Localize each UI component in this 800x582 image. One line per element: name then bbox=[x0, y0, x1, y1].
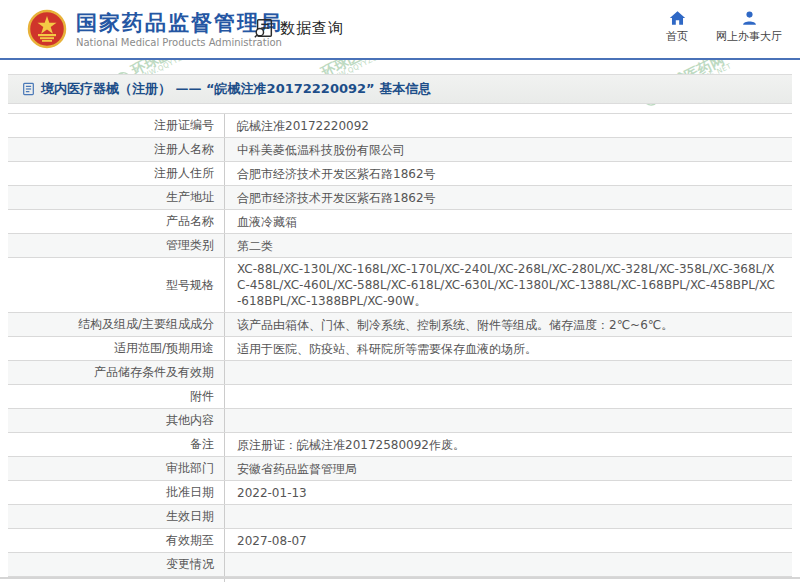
table-row: 生效日期 bbox=[8, 505, 792, 529]
row-label: 适用范围/预期用途 bbox=[8, 337, 225, 360]
nav-online-hall[interactable]: 网上办事大厅 bbox=[716, 10, 782, 44]
site-title: 国家药品监督管理局 bbox=[76, 10, 283, 36]
row-label: 生效日期 bbox=[8, 505, 225, 528]
row-value bbox=[225, 385, 792, 408]
table-row: 备注 原注册证：皖械注准20172580092作废。 bbox=[8, 433, 792, 457]
table-row: 生产地址 合肥市经济技术开发区紫石路1862号 bbox=[8, 186, 792, 210]
logo-link[interactable]: 国家药品监督管理局 National Medical Products Admi… bbox=[26, 7, 283, 51]
page-title: 境内医疗器械（注册） —— “皖械注准20172220092” 基本信息 bbox=[41, 80, 431, 98]
row-value bbox=[225, 361, 792, 384]
row-label: 生产地址 bbox=[8, 186, 225, 209]
table-row: 附件 bbox=[8, 385, 792, 409]
table-row: 产品名称 血液冷藏箱 bbox=[8, 210, 792, 234]
registration-info-table: 注册证编号 皖械注准20172220092 注册人名称 中科美菱低温科技股份有限… bbox=[8, 113, 792, 582]
row-value: 原注册证：皖械注准20172580092作废。 bbox=[225, 433, 792, 456]
table-row: 审批部门 安徽省药品监督管理局 bbox=[8, 457, 792, 481]
table-row: 注册人住所 合肥市经济技术开发区紫石路1862号 bbox=[8, 162, 792, 186]
row-label: 产品储存条件及有效期 bbox=[8, 361, 225, 384]
user-icon bbox=[741, 10, 758, 26]
table-row: 结构及组成/主要组成成分 该产品由箱体、门体、制冷系统、控制系统、附件等组成。储… bbox=[8, 313, 792, 337]
row-label: 批准日期 bbox=[8, 481, 225, 504]
row-value bbox=[225, 505, 792, 528]
site-subtitle: National Medical Products Administration bbox=[76, 37, 283, 48]
nmpa-emblem-icon bbox=[26, 7, 68, 51]
table-row: 批准日期 2022-01-13 bbox=[8, 481, 792, 505]
table-row: 其他内容 bbox=[8, 409, 792, 433]
table-row: 适用范围/预期用途 适用于医院、防疫站、科研院所等需要保存血液的场所。 bbox=[8, 337, 792, 361]
document-icon bbox=[22, 82, 35, 96]
table-row: 变更情况 bbox=[8, 553, 792, 577]
row-value: 2027-08-07 bbox=[225, 529, 792, 552]
row-value bbox=[225, 553, 792, 576]
page: 环球医药网WWW.QQYYZS.NET 环球医药网WWW.QQYYZS.NET … bbox=[0, 0, 800, 582]
row-label: 注册人住所 bbox=[8, 162, 225, 185]
header: 国家药品监督管理局 National Medical Products Admi… bbox=[0, 0, 800, 58]
row-value: 安徽省药品监督管理局 bbox=[225, 457, 792, 480]
row-label: 审批部门 bbox=[8, 457, 225, 480]
top-nav: 首页 网上办事大厅 bbox=[666, 10, 782, 44]
row-value: 合肥市经济技术开发区紫石路1862号 bbox=[225, 162, 792, 185]
row-value: 皖械注准20172220092 bbox=[225, 114, 792, 137]
row-value: XC-88L/XC-130L/XC-168L/XC-170L/XC-240L/X… bbox=[225, 258, 792, 312]
row-label: 有效期至 bbox=[8, 529, 225, 552]
table-row: 有效期至 2027-08-07 bbox=[8, 529, 792, 553]
table-row: 型号规格 XC-88L/XC-130L/XC-168L/XC-170L/XC-2… bbox=[8, 258, 792, 313]
section-bar: 境内医疗器械（注册） —— “皖械注准20172220092” 基本信息 bbox=[8, 74, 792, 104]
row-label: 产品名称 bbox=[8, 210, 225, 233]
row-label: 型号规格 bbox=[8, 258, 225, 312]
logo-text: 国家药品监督管理局 National Medical Products Admi… bbox=[76, 10, 283, 48]
row-label: 管理类别 bbox=[8, 234, 225, 257]
home-icon bbox=[669, 10, 686, 26]
row-value: 合肥市经济技术开发区紫石路1862号 bbox=[225, 186, 792, 209]
table-row: 产品储存条件及有效期 bbox=[8, 361, 792, 385]
row-label: 其他内容 bbox=[8, 409, 225, 432]
page-bottom-divider bbox=[0, 577, 800, 579]
row-label: 注册证编号 bbox=[8, 114, 225, 137]
row-value: 该产品由箱体、门体、制冷系统、控制系统、附件等组成。储存温度：2℃~6℃。 bbox=[225, 313, 792, 336]
data-query-tab[interactable]: 数据查询 bbox=[253, 17, 344, 39]
row-label: 注册人名称 bbox=[8, 138, 225, 161]
row-value: 中科美菱低温科技股份有限公司 bbox=[225, 138, 792, 161]
header-divider bbox=[0, 58, 800, 60]
row-value: 血液冷藏箱 bbox=[225, 210, 792, 233]
nav-home[interactable]: 首页 bbox=[666, 10, 688, 44]
row-value: 适用于医院、防疫站、科研院所等需要保存血液的场所。 bbox=[225, 337, 792, 360]
row-value bbox=[225, 409, 792, 432]
table-row: 注册证编号 皖械注准20172220092 bbox=[8, 114, 792, 138]
row-label: 结构及组成/主要组成成分 bbox=[8, 313, 225, 336]
data-query-label: 数据查询 bbox=[280, 19, 344, 38]
row-value: 2022-01-13 bbox=[225, 481, 792, 504]
row-label: 附件 bbox=[8, 385, 225, 408]
data-query-icon bbox=[253, 17, 275, 39]
row-label: 备注 bbox=[8, 433, 225, 456]
row-label: 变更情况 bbox=[8, 553, 225, 576]
table-row: 管理类别 第二类 bbox=[8, 234, 792, 258]
table-row: 注册人名称 中科美菱低温科技股份有限公司 bbox=[8, 138, 792, 162]
row-value: 第二类 bbox=[225, 234, 792, 257]
